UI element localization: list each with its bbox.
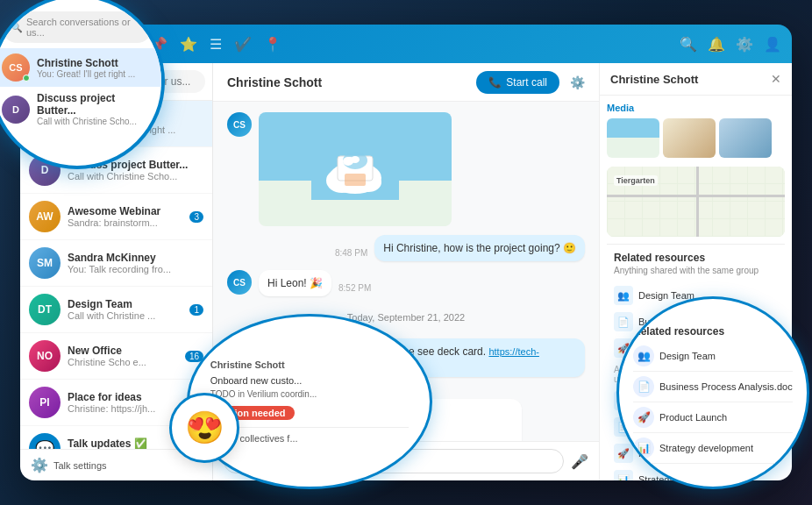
toolbar-icons-right: 🔍 🔔 ⚙️ 👤 bbox=[680, 36, 781, 53]
unread-badge: 1 bbox=[189, 304, 203, 316]
inner-resource-icon-1: 👥 bbox=[633, 345, 654, 366]
call-icon: 📞 bbox=[488, 76, 502, 89]
svg-rect-10 bbox=[345, 174, 366, 186]
search-zoom-icon: 🔍 bbox=[11, 22, 23, 33]
right-panel-close-icon[interactable]: ✕ bbox=[771, 72, 781, 86]
avatar: SM bbox=[29, 247, 61, 279]
toolbar-icon-check[interactable]: ✔️ bbox=[234, 36, 252, 53]
search-icon[interactable]: 🔍 bbox=[680, 36, 697, 53]
resource-icon-2: 📄 bbox=[614, 312, 633, 331]
list-item[interactable]: AW Awesome Webinar Sandra: brainstorm...… bbox=[20, 194, 212, 240]
zoom-text: Onboard new custo... bbox=[210, 375, 410, 386]
message-row: CS Hi Leon! 🎉 8:52 PM bbox=[227, 270, 585, 296]
svg-point-9 bbox=[351, 156, 360, 163]
right-panel-name: Christine Schott bbox=[610, 73, 698, 86]
emoji-icon: 😍 bbox=[185, 409, 224, 446]
map-bg: Tiergarten bbox=[607, 167, 785, 237]
related-resources-title: Related resources bbox=[614, 252, 778, 264]
message-text: Hi Leon! 🎉 bbox=[267, 277, 323, 289]
search-zoom-placeholder: Search conversations or us... bbox=[26, 17, 144, 38]
message-image bbox=[259, 112, 452, 226]
unread-badge: 3 bbox=[189, 211, 203, 223]
resources-zoom-content: Related resources 👥 Design Team 📄 Busine… bbox=[619, 299, 807, 487]
message-bubble: Hi Christine, how is the project going? … bbox=[374, 235, 585, 261]
inner-resource-4[interactable]: 📊 Strategy development bbox=[633, 433, 793, 464]
inner-resource-name-3: Product Launch bbox=[659, 412, 727, 423]
map-location-label: Tiergarten bbox=[614, 175, 658, 186]
msg-avatar: CS bbox=[227, 112, 252, 137]
list-item[interactable]: DT Design Team Call with Christine ... 1 bbox=[20, 287, 212, 333]
inner-resource-name-2: Business Process Analysis.doc bbox=[659, 381, 793, 392]
chat-header: Christine Schott 📞 Start call ⚙️ bbox=[213, 63, 599, 102]
chat-header-name: Christine Schott bbox=[227, 75, 466, 89]
avatar: AW bbox=[29, 201, 61, 232]
resource-icon-6: 🚀 bbox=[614, 444, 633, 463]
inner-resource-icon-2: 📄 bbox=[633, 376, 654, 397]
toolbar-icon-list[interactable]: ☰ bbox=[210, 36, 222, 53]
message-text: Hi Christine, how is the project going? … bbox=[383, 242, 576, 254]
settings-icon-footer: ⚙️ bbox=[31, 457, 48, 473]
user-avatar-icon[interactable]: 👤 bbox=[764, 36, 781, 53]
zoom-avatar-2: D bbox=[2, 96, 30, 124]
conv-info: Sandra McKinney You: Talk recording fro.… bbox=[68, 252, 203, 274]
search-zoom-bar[interactable]: 🔍 Search conversations or us... bbox=[2, 11, 153, 43]
inner-resource-2[interactable]: 📄 Business Process Analysis.doc bbox=[633, 372, 793, 402]
zoom-related-title: Related resources bbox=[633, 325, 793, 338]
avatar: PI bbox=[29, 387, 61, 418]
zoom-sender: Christine Schott bbox=[210, 359, 410, 370]
inner-resource-3[interactable]: 🚀 Product Launch bbox=[633, 402, 793, 433]
mic-icon[interactable]: 🎤 bbox=[571, 453, 588, 470]
media-thumb-3 bbox=[719, 118, 772, 158]
sidebar-footer-label: Talk settings bbox=[53, 460, 107, 471]
avatar: 💬 bbox=[29, 433, 61, 449]
emoji-zoom-circle: 😍 bbox=[169, 393, 239, 463]
resource-icon-1: 👥 bbox=[614, 286, 633, 305]
toolbar-icon-star[interactable]: ⭐ bbox=[180, 36, 197, 53]
list-item[interactable]: NO New Office Christine Scho e... 16 bbox=[20, 333, 212, 380]
resource-icon-7: 📊 bbox=[614, 470, 633, 480]
inner-resource-name-4: Strategy development bbox=[659, 443, 753, 453]
avatar: DT bbox=[29, 294, 61, 325]
related-resources-subtitle: Anything shared with the same group bbox=[614, 266, 778, 275]
start-call-button[interactable]: 📞 Start call bbox=[476, 71, 559, 94]
media-section-title: Media bbox=[607, 103, 785, 113]
conv-info: Talk updates ✅ In the sidebar yo... bbox=[68, 437, 178, 449]
inner-resource-icon-3: 🚀 bbox=[633, 407, 654, 428]
media-thumbnails bbox=[607, 118, 785, 158]
map-section: Tiergarten bbox=[607, 167, 785, 237]
settings-icon[interactable]: ⚙️ bbox=[736, 36, 753, 53]
conv-info: New Office Christine Scho e... bbox=[68, 345, 178, 367]
zoom-conv-info-2: Discuss project Butter... Call with Chri… bbox=[37, 92, 153, 126]
inner-resource-name-1: Design Team bbox=[659, 351, 716, 361]
resources-zoom-circle: Related resources 👥 Design Team 📄 Busine… bbox=[616, 296, 809, 489]
message-bubble: Hi Leon! 🎉 bbox=[259, 270, 331, 296]
toolbar-icon-location[interactable]: 📍 bbox=[264, 36, 281, 53]
zoom-conv-info-1: Christine Schott You: Great! I'll get ri… bbox=[37, 57, 153, 79]
message-row: 8:48 PM Hi Christine, how is the project… bbox=[227, 235, 585, 261]
zoom-collectives: ☰ see collectives f... bbox=[210, 427, 410, 445]
conv-info: Design Team Call with Christine ... bbox=[68, 298, 182, 321]
msg-avatar: CS bbox=[227, 270, 252, 295]
zoom-conv-item-1[interactable]: CS Christine Schott You: Great! I'll get… bbox=[0, 48, 161, 87]
media-thumb-1 bbox=[607, 118, 659, 158]
message-time: 8:48 PM bbox=[335, 248, 367, 258]
conv-info: Awesome Webinar Sandra: brainstorm... bbox=[68, 205, 182, 228]
message-time: 8:52 PM bbox=[338, 283, 371, 293]
message-row: CS bbox=[227, 112, 585, 226]
right-panel-header: Christine Schott ✕ bbox=[600, 63, 792, 96]
avatar: NO bbox=[29, 340, 61, 372]
map-road-v bbox=[696, 167, 699, 237]
zoom-conv-item-2[interactable]: D Discuss project Butter... Call with Ch… bbox=[0, 87, 161, 132]
inner-resource-1[interactable]: 👥 Design Team bbox=[633, 341, 793, 372]
chat-settings-icon[interactable]: ⚙️ bbox=[570, 75, 585, 89]
media-thumb-2 bbox=[663, 118, 716, 158]
zoom-sub: TODO in Verilium coordin... bbox=[210, 389, 410, 399]
cloud-image bbox=[311, 139, 399, 200]
list-item[interactable]: SM Sandra McKinney You: Talk recording f… bbox=[20, 240, 212, 287]
notification-icon[interactable]: 🔔 bbox=[708, 36, 725, 53]
zoom-avatar-1: CS bbox=[2, 53, 30, 82]
online-indicator-1 bbox=[23, 75, 30, 82]
